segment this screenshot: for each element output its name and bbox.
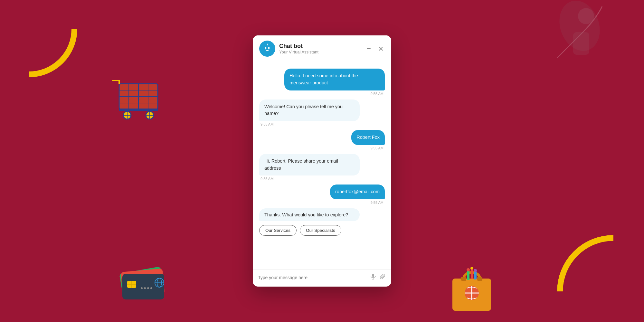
message-row: Hello. I need some info about the menswe… <box>259 69 385 96</box>
chat-input-area <box>253 269 391 287</box>
robot-illustration <box>531 0 612 64</box>
svg-rect-42 <box>573 32 589 55</box>
svg-point-41 <box>578 8 594 24</box>
quick-reply-buttons: Our Services Our Specialists <box>259 224 385 237</box>
svg-rect-48 <box>372 274 374 277</box>
cart-illustration <box>109 77 167 122</box>
message-timestamp: 9.55 AM <box>259 122 275 126</box>
svg-point-39 <box>474 269 477 272</box>
user-bubble: robertfox@email.com <box>330 185 385 199</box>
bg-arc-bottom-right <box>557 235 644 322</box>
bot-name: Chat bot <box>279 43 365 50</box>
bot-info: Chat bot Your Virtual Assistant <box>279 43 365 54</box>
svg-point-38 <box>470 267 473 270</box>
svg-point-21 <box>141 287 143 289</box>
chat-input[interactable] <box>258 275 367 280</box>
message-row: robertfox@email.com 9.55 AM <box>259 185 385 204</box>
svg-point-23 <box>147 287 149 289</box>
bg-arc-top-left <box>0 0 77 77</box>
user-bubble: Robert Fox <box>351 130 385 145</box>
svg-point-43 <box>263 44 272 53</box>
svg-rect-30 <box>477 277 482 281</box>
microphone-icon[interactable] <box>370 273 376 281</box>
svg-point-44 <box>265 47 267 49</box>
quick-reply-specialists[interactable]: Our Specialists <box>300 225 341 236</box>
svg-point-37 <box>467 268 470 271</box>
cards-illustration <box>116 264 167 306</box>
message-row: Hi, Robert. Please share your email addr… <box>259 154 385 181</box>
svg-point-45 <box>268 47 270 49</box>
chat-header: Chat bot Your Virtual Assistant <box>253 35 391 62</box>
message-timestamp: 9.55 AM <box>369 201 385 204</box>
bot-bubble: Welcome! Can you please tell me you name… <box>259 99 360 121</box>
message-timestamp: 9.55 AM <box>369 146 385 150</box>
svg-point-47 <box>267 44 268 45</box>
attachment-icon[interactable] <box>380 273 386 281</box>
bag-illustration <box>448 261 496 312</box>
message-timestamp: 9.55 AM <box>259 177 275 181</box>
quick-reply-services[interactable]: Our Services <box>259 225 297 236</box>
svg-rect-13 <box>119 109 158 111</box>
chat-messages: Hello. I need some info about the menswe… <box>253 62 391 269</box>
svg-rect-34 <box>467 270 469 280</box>
svg-rect-35 <box>471 269 473 279</box>
svg-rect-36 <box>474 271 477 279</box>
bot-bubble: Hi, Robert. Please share your email addr… <box>259 154 360 176</box>
bot-avatar <box>259 41 275 57</box>
bot-subtitle: Your Virtual Assistant <box>279 50 365 54</box>
message-row: Welcome! Can you please tell me you name… <box>259 99 385 127</box>
header-actions <box>365 45 385 52</box>
message-row: Robert Fox 9.55 AM <box>259 130 385 150</box>
close-button[interactable] <box>377 45 385 52</box>
minimize-button[interactable] <box>365 45 373 52</box>
chat-window: Chat bot Your Virtual Assistant Hello. I… <box>253 35 391 287</box>
svg-point-24 <box>150 287 152 289</box>
svg-point-22 <box>144 287 146 289</box>
message-timestamp: 9.55 AM <box>369 92 385 96</box>
svg-rect-29 <box>461 277 466 281</box>
quick-replies-wrapper: Thanks. What would you like to explore? … <box>259 208 385 237</box>
quick-reply-prompt: Thanks. What would you like to explore? <box>259 208 360 221</box>
user-bubble: Hello. I need some info about the menswe… <box>284 69 385 90</box>
